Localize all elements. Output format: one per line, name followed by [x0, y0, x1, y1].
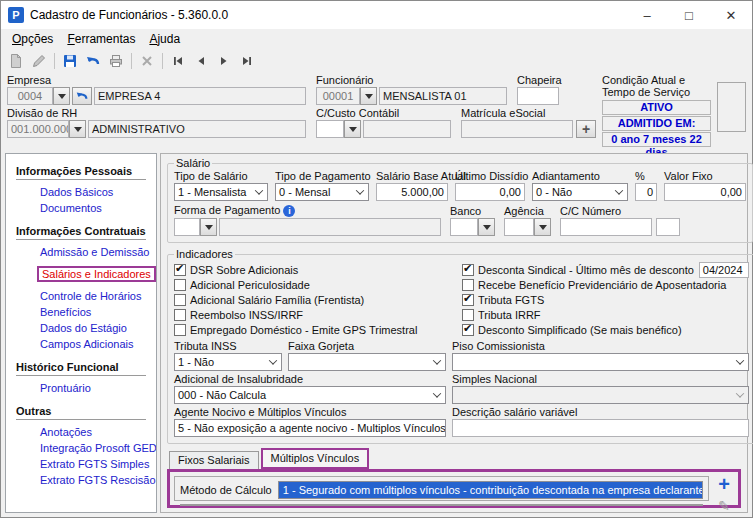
adiantamento-select[interactable]: 0 - Não: [532, 183, 628, 201]
funcionario-dropdown-button[interactable]: [360, 87, 377, 105]
close-button[interactable]: ✕: [710, 1, 752, 29]
empresa-undo-button[interactable]: [72, 87, 92, 105]
edit-vinculo-button[interactable]: ✎: [714, 498, 734, 514]
checkbox-desconta-sindical[interactable]: Desconta Sindical - Último mês de descon…: [462, 262, 749, 277]
forma-pagamento-name-field[interactable]: [219, 218, 441, 236]
nav-last-button[interactable]: [236, 51, 258, 72]
sidebar-item-extrato-fgts-simples[interactable]: Extrato FGTS Simples: [40, 458, 150, 470]
divisao-rh-name-field[interactable]: ADMINISTRATIVO: [88, 120, 306, 138]
salario-base-field[interactable]: 5.000,00: [376, 183, 448, 201]
mes-desconto-field[interactable]: 04/2024: [699, 262, 749, 278]
piso-comissionista-select[interactable]: [452, 353, 749, 371]
agencia-field[interactable]: [504, 218, 534, 236]
save-button[interactable]: [59, 51, 81, 72]
percentual-field[interactable]: 0: [635, 183, 657, 201]
forma-pagamento-dropdown-button[interactable]: [200, 218, 217, 236]
matricula-esocial-field[interactable]: [461, 120, 573, 138]
tab-fixos-salariais[interactable]: Fixos Salariais: [169, 451, 259, 469]
chevron-down-icon: [265, 354, 281, 370]
banco-dropdown-button[interactable]: [478, 218, 495, 236]
chevron-down-icon: [251, 184, 267, 200]
ccusto-name-field[interactable]: [363, 120, 451, 138]
indicadores-groupbox: Indicadores DSR Sobre Adicionais Adicion…: [167, 248, 753, 444]
app-window: P Cadastro de Funcionários - 5.360.0.0 –…: [0, 0, 753, 518]
forma-pagamento-code-field[interactable]: [174, 218, 200, 236]
horizontal-scrollbar[interactable]: [181, 505, 702, 506]
undo-button[interactable]: [82, 51, 104, 72]
tipo-salario-select[interactable]: 1 - Mensalista: [174, 183, 268, 201]
divisao-rh-dropdown-button[interactable]: [69, 120, 86, 138]
ccusto-code-field[interactable]: [316, 120, 344, 138]
chapeira-field[interactable]: [517, 87, 559, 105]
info-icon[interactable]: i: [283, 205, 295, 217]
checkbox-beneficio-previdenciario[interactable]: Recebe Benefício Previdenciário de Apose…: [462, 277, 749, 292]
tributa-inss-select[interactable]: 1 - Não: [174, 353, 282, 371]
cc-numero-field[interactable]: [560, 218, 652, 236]
sidebar-item-controle-horarios[interactable]: Controle de Horários: [40, 290, 150, 302]
divisao-rh-code-field[interactable]: 001.000.000: [7, 120, 69, 138]
matricula-add-button[interactable]: +: [576, 120, 596, 138]
sidebar-item-dados-basicos[interactable]: Dados Básicos: [40, 186, 150, 198]
faixa-gorjeta-select[interactable]: [288, 353, 446, 371]
ccusto-dropdown-button[interactable]: [344, 120, 361, 138]
print-preview-button[interactable]: [105, 51, 127, 72]
toolbar-separator: [54, 53, 55, 69]
nav-prev-button[interactable]: [190, 51, 212, 72]
checkbox-tributa-fgts[interactable]: Tributa FGTS: [462, 292, 749, 307]
nav-first-button[interactable]: [167, 51, 189, 72]
vinculos-grid[interactable]: Tipo Número de Inscrição Sal. Contribuiç…: [180, 504, 703, 506]
add-vinculo-button[interactable]: +: [714, 477, 734, 491]
new-button[interactable]: [5, 51, 27, 72]
maximize-button[interactable]: □: [668, 1, 710, 29]
sidebar-item-admissao-demissao[interactable]: Admissão e Demissão: [40, 246, 150, 258]
sidebar-item-anotacoes[interactable]: Anotações: [40, 426, 150, 438]
checkbox-icon: [462, 279, 474, 291]
minimize-button[interactable]: –: [626, 1, 668, 29]
combo-value: 1 - Segurado com múltiplos vínculos - co…: [283, 484, 703, 496]
sidebar-item-beneficios[interactable]: Benefícios: [40, 306, 150, 318]
toolbar: [1, 49, 752, 73]
checkbox-tributa-irrf[interactable]: Tributa IRRF: [462, 307, 749, 322]
funcionario-name-field[interactable]: MENSALISTA 01: [379, 87, 507, 105]
ultimo-dissidio-field[interactable]: 0,00: [455, 183, 525, 201]
agente-nocivo-select[interactable]: 5 - Não exposição a agente nocivo - Mult…: [174, 419, 446, 437]
menu-ferramentas[interactable]: Ferramentas: [60, 30, 142, 48]
sidebar-item-integracao-ged[interactable]: Integração Prosoft GED: [40, 442, 150, 454]
piso-comissionista-label: Piso Comissionista: [452, 340, 749, 352]
descricao-salario-variavel-field[interactable]: [452, 419, 749, 437]
metodo-calculo-select[interactable]: 1 - Segurado com múltiplos vínculos - co…: [278, 481, 703, 499]
menu-ajuda[interactable]: Ajuda: [142, 30, 187, 48]
checkbox-adicional-salario-familia[interactable]: Adicional Salário Família (Frentista): [174, 292, 462, 307]
tab-multiplos-vinculos[interactable]: Múltiplos Vínculos: [261, 448, 370, 469]
checkbox-adicional-periculosidade[interactable]: Adicional Periculosidade: [174, 277, 462, 292]
checkbox-dsr-adicionais[interactable]: DSR Sobre Adicionais: [174, 262, 462, 277]
sidebar-item-extrato-fgts-rescisao[interactable]: Extrato FGTS Rescisão: [40, 474, 150, 486]
funcionario-code-field[interactable]: 00001: [316, 87, 360, 105]
undo-arrow-icon: [85, 53, 101, 69]
adicional-insalubridade-select[interactable]: 000 - Não Calcula: [174, 386, 446, 404]
banco-field[interactable]: [450, 218, 478, 236]
cc-digito-field[interactable]: [656, 218, 680, 236]
delete-button[interactable]: [136, 51, 158, 72]
checkbox-empregado-domestico[interactable]: Empregado Doméstico - Emite GPS Trimestr…: [174, 322, 462, 337]
sidebar-item-dados-estagio[interactable]: Dados do Estágio: [40, 322, 150, 334]
edit-button[interactable]: [28, 51, 50, 72]
simples-nacional-select[interactable]: [452, 386, 749, 404]
agencia-dropdown-button[interactable]: [534, 218, 551, 236]
empresa-code-field[interactable]: 0004: [7, 87, 53, 105]
checkbox-reembolso-inss-irrf[interactable]: Reembolso INSS/IRRF: [174, 307, 462, 322]
checkbox-desconto-simplificado[interactable]: Desconto Simplificado (Se mais benéfico): [462, 322, 749, 337]
tipo-pagamento-select[interactable]: 0 - Mensal: [275, 183, 369, 201]
empresa-name-field[interactable]: EMPRESA 4: [94, 87, 306, 105]
valor-fixo-field[interactable]: 0,00: [664, 183, 746, 201]
menu-opcoes[interactable]: Opções: [5, 30, 60, 48]
sidebar-item-prontuario[interactable]: Prontuário: [40, 382, 150, 394]
checkbox-icon: [462, 324, 474, 336]
sidebar-item-campos-adicionais[interactable]: Campos Adicionais: [40, 338, 150, 350]
funcionario-label: Funcionário: [316, 74, 507, 86]
sidebar-item-salarios-indicadores[interactable]: Salários e Indicadores: [37, 266, 156, 282]
agencia-label: Agência: [504, 205, 551, 217]
empresa-dropdown-button[interactable]: [53, 87, 70, 105]
nav-next-button[interactable]: [213, 51, 235, 72]
sidebar-item-documentos[interactable]: Documentos: [40, 202, 150, 214]
